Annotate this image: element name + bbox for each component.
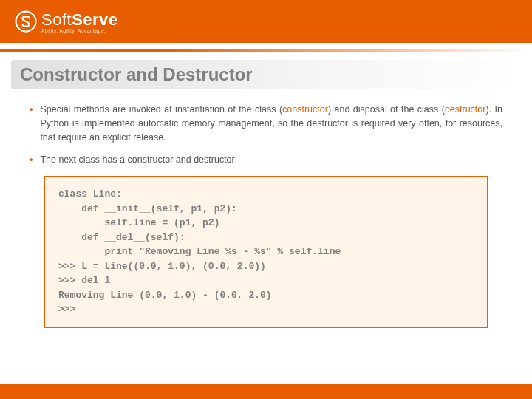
logo-text: SoftServe Ability. Agility. Advantage.: [41, 10, 118, 33]
footer-bar: [0, 384, 532, 399]
bullet-item: • The next class has a constructor and d…: [30, 153, 502, 167]
title-bar: Constructor and Destructor: [11, 60, 521, 89]
logo: SoftServe Ability. Agility. Advantage.: [15, 10, 118, 33]
logo-s-icon: [15, 10, 37, 33]
bullet-text: The next class has a constructor and des…: [40, 153, 237, 167]
bullet-item: • Special methods are invoked at instant…: [30, 103, 502, 144]
bullet-marker: •: [30, 103, 33, 144]
page-title: Constructor and Destructor: [20, 64, 512, 85]
logo-soft: Soft: [41, 10, 72, 29]
code-block: class Line: def __init__(self, p1, p2): …: [44, 176, 488, 328]
accent-stripe: [0, 49, 532, 52]
content-area: • Special methods are invoked at instant…: [0, 89, 532, 328]
header-bar: SoftServe Ability. Agility. Advantage.: [0, 0, 532, 43]
bullet-text: Special methods are invoked at instantia…: [40, 103, 502, 144]
keyword-constructor: constructor: [282, 104, 328, 115]
logo-serve: Serve: [72, 10, 117, 29]
bullet-marker: •: [30, 153, 33, 167]
keyword-destructor: destructor: [445, 104, 486, 115]
